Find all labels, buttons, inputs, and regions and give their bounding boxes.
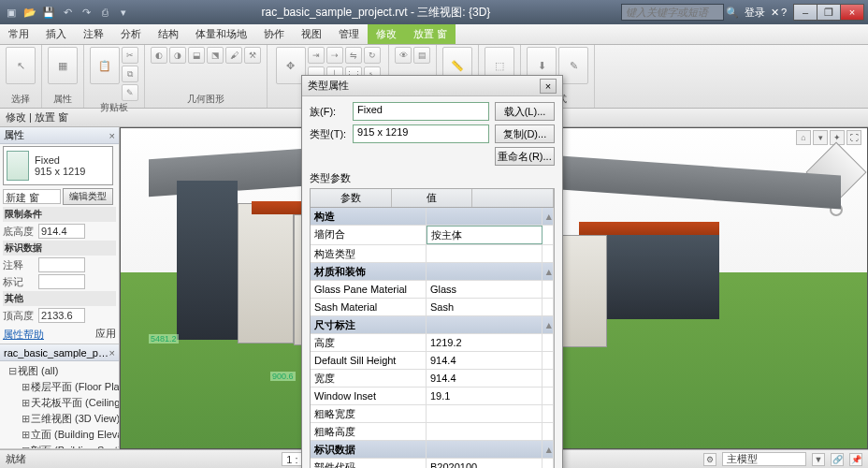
browser-tree: ⊟视图 (all) ⊞楼层平面 (Floor Plan) ⊞天花板平面 (Cei… bbox=[3, 363, 116, 449]
tab-insert[interactable]: 插入 bbox=[37, 24, 75, 44]
family-label: 族(F): bbox=[310, 105, 347, 119]
filter-icon[interactable]: ▼ bbox=[812, 453, 825, 466]
palette-close-icon[interactable]: × bbox=[109, 130, 115, 141]
type-properties-dialog: 类型属性 × 族(F): Fixed 载入(L)... 类型(T): 915 x… bbox=[301, 75, 563, 468]
rename-button[interactable]: 重命名(R)... bbox=[495, 147, 555, 166]
close-button[interactable]: × bbox=[840, 4, 864, 21]
exchange-icon[interactable]: ✕ bbox=[771, 7, 779, 19]
viewcube-menu-icon[interactable]: ▾ bbox=[813, 130, 828, 145]
match-icon[interactable]: ✎ bbox=[122, 84, 138, 101]
tree-item[interactable]: ⊞剖面 (Building Section) bbox=[8, 443, 116, 449]
type-name: Fixed bbox=[35, 154, 85, 166]
cope-icon[interactable]: ◐ bbox=[151, 47, 167, 64]
param-value[interactable]: B2020100 bbox=[427, 459, 542, 468]
prop-value[interactable]: 2133.6 bbox=[38, 308, 85, 323]
browser-close-icon[interactable]: × bbox=[109, 347, 115, 358]
tab-view[interactable]: 视图 bbox=[293, 24, 330, 44]
rotate-icon[interactable]: ↻ bbox=[364, 47, 381, 64]
prop-value[interactable]: 914.4 bbox=[38, 224, 85, 239]
model-glass bbox=[607, 235, 719, 319]
browser-title: rac_basic_sample_project.rvt bbox=[4, 347, 109, 358]
param-name: Sash Material bbox=[311, 299, 427, 315]
prop-key: 标记 bbox=[3, 275, 36, 289]
prop-value[interactable] bbox=[38, 274, 85, 289]
ribbon-tabs: 常用 插入 注释 分析 结构 体量和场地 协作 视图 管理 修改 放置 窗 bbox=[0, 24, 868, 45]
param-value[interactable]: 914.4 bbox=[427, 370, 542, 387]
workset-icon[interactable]: ⚙ bbox=[703, 453, 716, 466]
properties-icon[interactable]: ▦ bbox=[48, 47, 78, 84]
tab-annotate[interactable]: 注释 bbox=[75, 24, 112, 44]
tab-massing[interactable]: 体量和场地 bbox=[187, 24, 255, 44]
param-value[interactable]: Glass bbox=[427, 281, 542, 298]
tree-item[interactable]: ⊞天花板平面 (Ceiling Plan) bbox=[8, 395, 116, 411]
apply-button[interactable]: 应用 bbox=[95, 327, 116, 341]
split-icon[interactable]: ⬔ bbox=[207, 47, 224, 64]
infocenter-icon[interactable]: 🔍 bbox=[726, 7, 739, 19]
help-search-input[interactable] bbox=[621, 4, 724, 21]
help-icon[interactable]: ? bbox=[781, 7, 787, 18]
copy-icon[interactable]: ⧉ bbox=[122, 66, 138, 82]
edit-type-button[interactable]: 编辑类型 bbox=[63, 188, 113, 205]
signin-label[interactable]: 登录 bbox=[745, 6, 765, 20]
align-icon[interactable]: ⇥ bbox=[308, 47, 325, 64]
tree-views[interactable]: ⊟视图 (all) bbox=[8, 363, 116, 379]
paint-icon[interactable]: 🖌 bbox=[225, 47, 242, 64]
param-value[interactable]: 914.4 bbox=[427, 352, 542, 369]
properties-help-link[interactable]: 属性帮助 bbox=[3, 328, 44, 342]
minimize-button[interactable]: – bbox=[793, 4, 817, 21]
tab-analyze[interactable]: 分析 bbox=[112, 24, 150, 44]
cut-geom-icon[interactable]: ◑ bbox=[169, 47, 186, 64]
print-icon[interactable]: ⎙ bbox=[97, 5, 112, 20]
redo-icon[interactable]: ↷ bbox=[79, 5, 94, 20]
param-value[interactable]: Sash bbox=[427, 299, 542, 315]
category-row: 构造 bbox=[311, 208, 427, 225]
tab-collab[interactable]: 协作 bbox=[255, 24, 293, 44]
panel-label: 选择 bbox=[11, 93, 30, 106]
tab-structure[interactable]: 结构 bbox=[150, 24, 187, 44]
prop-value[interactable] bbox=[38, 257, 85, 272]
join-icon[interactable]: ⬓ bbox=[188, 47, 205, 64]
tree-item[interactable]: ⊞立面 (Building Elevation) bbox=[8, 427, 116, 443]
fullnav-icon[interactable]: ⛶ bbox=[846, 130, 861, 145]
paste-icon[interactable]: 📋 bbox=[90, 47, 120, 84]
qat-more-icon[interactable]: ▾ bbox=[116, 5, 131, 20]
param-value[interactable]: 19.1 bbox=[427, 388, 542, 404]
param-value[interactable] bbox=[427, 245, 542, 262]
tab-home[interactable]: 常用 bbox=[0, 24, 37, 44]
type-selector[interactable]: Fixed 915 x 1219 bbox=[3, 146, 113, 185]
section-identity: 标识数据 bbox=[3, 241, 116, 256]
dialog-close-icon[interactable]: × bbox=[540, 79, 557, 94]
tab-manage[interactable]: 管理 bbox=[330, 24, 368, 44]
param-value[interactable]: 按主体 bbox=[427, 226, 543, 244]
tree-item[interactable]: ⊞楼层平面 (Floor Plan) bbox=[8, 379, 116, 395]
app-menu-icon[interactable]: ▣ bbox=[4, 5, 19, 20]
param-value[interactable]: 1219.2 bbox=[427, 334, 542, 351]
panel-label: 剪贴板 bbox=[100, 101, 128, 114]
mirror-icon[interactable]: ⇋ bbox=[345, 47, 362, 64]
save-icon[interactable]: 💾 bbox=[41, 5, 56, 20]
panel-label: 几何图形 bbox=[187, 93, 224, 106]
family-select[interactable]: Fixed bbox=[353, 102, 489, 121]
maximize-button[interactable]: ❐ bbox=[817, 4, 841, 21]
type-select[interactable]: 915 x 1219 bbox=[353, 124, 489, 143]
select-pinned-icon[interactable]: 📌 bbox=[849, 453, 862, 466]
demolish-icon[interactable]: ⚒ bbox=[244, 47, 261, 64]
undo-icon[interactable]: ↶ bbox=[60, 5, 75, 20]
model-dropdown[interactable]: 主模型 bbox=[722, 452, 806, 466]
load-button[interactable]: 载入(L)... bbox=[495, 102, 555, 121]
cut-icon[interactable]: ✂ bbox=[122, 47, 138, 64]
instance-filter[interactable]: 新建 窗 bbox=[3, 189, 61, 204]
param-value[interactable] bbox=[427, 405, 542, 422]
modify-tool-icon[interactable]: ↖ bbox=[6, 47, 36, 84]
duplicate-button[interactable]: 复制(D)... bbox=[495, 124, 555, 143]
override-icon[interactable]: ▤ bbox=[413, 47, 430, 64]
tab-modify[interactable]: 修改 bbox=[368, 24, 405, 44]
offset-icon[interactable]: ⇢ bbox=[326, 47, 343, 64]
select-links-icon[interactable]: 🔗 bbox=[831, 453, 844, 466]
param-value[interactable] bbox=[427, 423, 542, 440]
home-icon[interactable]: ⌂ bbox=[796, 130, 811, 145]
open-icon[interactable]: 📂 bbox=[22, 5, 37, 20]
hide-icon[interactable]: 👁 bbox=[395, 47, 412, 64]
tab-context[interactable]: 放置 窗 bbox=[405, 24, 456, 44]
tree-item[interactable]: ⊞三维视图 (3D View) bbox=[8, 411, 116, 427]
